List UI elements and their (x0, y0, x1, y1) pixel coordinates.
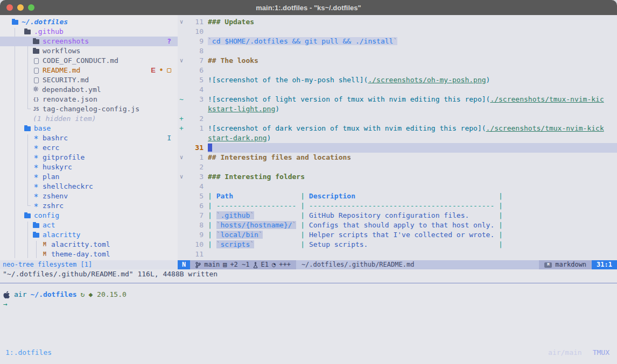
node-version: 20.15.0 (97, 290, 127, 298)
editor-line[interactable]: 2 (178, 162, 617, 172)
title-bar: main:1:.dotfiles - "ks~/.dotfiles" (0, 0, 617, 15)
gutter-fold-column (178, 240, 185, 249)
editor-line[interactable]: 6| ------------------- | ---------------… (178, 201, 617, 211)
tree-item-label: screenshots (43, 37, 89, 46)
line-number: 1 (185, 124, 204, 133)
editor-line-text: ![screenshot of the oh-my-posh shell](./… (208, 75, 617, 85)
editor-line[interactable]: 10 (178, 27, 617, 37)
text-segment: Configs that should apply to that host o… (309, 221, 494, 229)
editor-line[interactable]: ∨7## The looks (178, 56, 617, 66)
editor-line[interactable]: start-dark.png) (178, 133, 617, 143)
tree-item-theme-day-toml[interactable]: Mtheme-day.toml (0, 249, 178, 259)
line-number: 11 (185, 249, 204, 259)
dotfile-icon: * (33, 173, 39, 181)
text-segment: | (208, 221, 216, 229)
current-directory: ~/.dotfiles (30, 290, 76, 299)
editor-line[interactable]: ~3![screenshot of light version of tmux … (178, 95, 617, 104)
shell-pane[interactable]: air ~/.dotfiles ↻ ◆ 20.15.0 → (0, 279, 617, 344)
tree-item-zshrc[interactable]: *zshrc (0, 201, 178, 211)
tree-item-gitprofile[interactable]: *gitprofile (0, 153, 178, 162)
editor-line[interactable]: 4 (178, 182, 617, 191)
line-number: 10 (185, 240, 204, 249)
editor-line[interactable]: 10| `scripts` | Setup scripts. | (178, 240, 617, 249)
gutter-fold-column (178, 230, 185, 240)
tree-item-label: README.md (43, 66, 80, 75)
tree-item-config[interactable]: config (0, 211, 178, 220)
text-segment: hosts/{hostname}/ (220, 221, 292, 229)
editor-line[interactable]: 7| `.github` | GitHub Repository configu… (178, 211, 617, 220)
tree-item-zshenv[interactable]: *zshenv (0, 191, 178, 201)
tree-item-alacritty[interactable]: alacritty (0, 230, 178, 240)
tree-item-workflows[interactable]: workflows (0, 46, 178, 56)
tree-item-code-of-conduct-md[interactable]: CODE_OF_CONDUCT.md (0, 56, 178, 66)
editor-line[interactable]: ∨11### Updates (178, 17, 617, 27)
minimize-button[interactable] (17, 4, 24, 11)
tree-item-bashrc[interactable]: *bashrcI (0, 133, 178, 143)
fold-chevron-icon[interactable]: ∨ (178, 17, 185, 27)
editor-line[interactable]: 31 (178, 143, 617, 153)
tree-item-readme-md[interactable]: README.mdE• (0, 66, 178, 75)
tree-item-label: renovate.json (43, 95, 97, 104)
editor-line-text: | `.github` | GitHub Repository configur… (208, 211, 617, 220)
dotfile-icon: * (33, 154, 39, 161)
editor-line[interactable]: 4 (178, 85, 617, 95)
fold-chevron-icon[interactable]: ∨ (178, 56, 185, 66)
zoom-button[interactable] (28, 4, 34, 11)
text-segment: ` (250, 211, 254, 219)
editor-line[interactable]: 8 (178, 46, 617, 56)
tree-item-alacritty-toml[interactable]: Malacritty.toml (0, 240, 178, 249)
line-number: 6 (185, 66, 204, 75)
line-number: 8 (185, 46, 204, 56)
tree-item-shellcheckrc[interactable]: *shellcheckrc (0, 182, 178, 191)
fold-chevron-icon[interactable]: ∨ (178, 172, 185, 182)
tree-item-security-md[interactable]: SECURITY.md (0, 75, 178, 85)
editor-line[interactable]: +1![screenshot of dark version of tmux w… (178, 124, 617, 133)
line-number: 2 (185, 162, 204, 172)
editor-line-text: kstart-light.png) (208, 104, 617, 114)
tree-item-label: alacritty.toml (51, 240, 110, 249)
editor-line[interactable]: 6 (178, 66, 617, 75)
line-number: 8 (185, 220, 204, 230)
line-number: 9 (185, 230, 204, 240)
editor-line[interactable]: 5![screenshot of the oh-my-posh shell](.… (178, 75, 617, 85)
tree-item-label: dependabot.yml (42, 85, 101, 95)
editor-line[interactable]: 5| Path | Description | (178, 191, 617, 201)
filetype-label: markdown (555, 260, 586, 269)
tree-item-renovate-json[interactable]: {}renovate.json (0, 95, 178, 104)
tree-item-ecrc[interactable]: *ecrc (0, 143, 178, 153)
tmux-pane-divider[interactable] (0, 283, 617, 283)
tree-item-huskyrc[interactable]: *huskyrc (0, 162, 178, 172)
text-segment: local/bin (220, 231, 258, 239)
text-segment: ` (208, 37, 212, 45)
close-button[interactable] (6, 4, 13, 11)
editor-line[interactable]: 9`cd $HOME/.dotfiles && git pull && ./in… (178, 37, 617, 46)
text-segment: ## The looks (208, 56, 258, 65)
editor-pane[interactable]: ∨11### Updates109`cd $HOME/.dotfiles && … (178, 15, 617, 260)
editor-line[interactable]: +2 (178, 114, 617, 124)
editor-line[interactable]: 9| `local/bin` | Helper scripts that I'v… (178, 230, 617, 240)
text-segment: ./screenshots/tmux-nvim-kick (486, 124, 604, 132)
editor-line[interactable]: 8| `hosts/{hostname}/` | Configs that sh… (178, 220, 617, 230)
tree-item-screenshots[interactable]: screenshots? (0, 37, 178, 46)
fold-chevron-icon[interactable]: ∨ (178, 153, 185, 162)
tree-item--github[interactable]: .github (0, 27, 178, 37)
prompt-arrow[interactable]: → (3, 299, 617, 309)
tree-item-act[interactable]: act (0, 220, 178, 230)
tree-item--1-hidden-item-[interactable]: (1 hidden item) (0, 114, 178, 124)
text-segment: | (208, 231, 216, 239)
tmux-window-tab[interactable]: 1:.dotfiles (5, 348, 52, 358)
text-segment: Path (216, 192, 233, 200)
tree-item--dotfiles[interactable]: ~/.dotfiles (0, 17, 178, 27)
folder-icon (24, 30, 31, 34)
tree-item-dependabot-yml[interactable]: dependabot.yml (0, 85, 178, 95)
gutter-fold-column (178, 191, 185, 201)
editor-line[interactable]: kstart-light.png) (178, 104, 617, 114)
editor-line[interactable]: ∨3### Interesting folders (178, 172, 617, 182)
tree-item-base[interactable]: base (0, 124, 178, 133)
dotfile-icon: * (33, 134, 39, 142)
tree-item-tag-changelog-config-js[interactable]: JStag-changelog-config.js (0, 104, 178, 114)
editor-line[interactable]: 11 (178, 249, 617, 259)
editor-line[interactable]: ∨1## Interesting files and locations (178, 153, 617, 162)
text-segment: | (208, 192, 216, 200)
tree-item-plan[interactable]: *plan (0, 172, 178, 182)
